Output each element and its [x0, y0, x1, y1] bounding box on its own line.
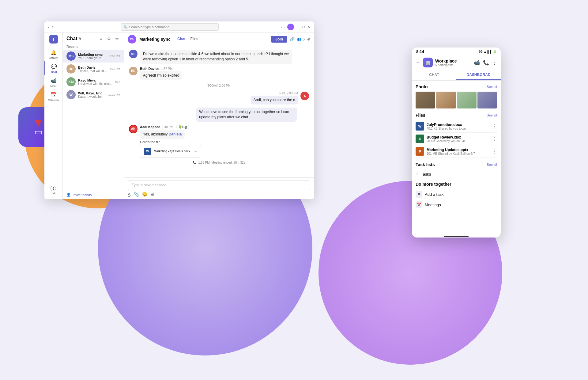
msg-content-5: Aadi Kapoor 1:48 PM 🍀4 @ Yes, absolutely… — [140, 125, 309, 158]
attach-icon[interactable]: 📎 — [134, 192, 139, 197]
file-card[interactable]: W Marketing - Q3 Goals.docx ··· — [140, 145, 201, 158]
chat-header: MS Marketing sync Chat Files Join 🔗 👥 5 … — [124, 32, 314, 46]
mobile-file-info-1: JulyPromotion.docx 40.2 KB Shared by you… — [427, 123, 490, 130]
user-avatar[interactable] — [287, 24, 294, 30]
msg-text-4: Would love to see the framing you put to… — [196, 108, 297, 122]
tab-files[interactable]: Files — [188, 36, 201, 42]
link-icon[interactable]: 🔗 — [290, 37, 295, 41]
mobile-ppt-icon-3: P — [416, 147, 424, 156]
reaction-badge: 🍀4 @ — [176, 125, 190, 129]
join-button[interactable]: Join — [271, 36, 287, 43]
emoji-icon[interactable]: 😊 — [142, 192, 147, 197]
meetings-icon: 📅 — [416, 201, 422, 208]
mobile-content: Photo See all Files See all W JulyPromot… — [412, 81, 501, 236]
mobile-task-lists-header: Task lists See all — [416, 162, 497, 167]
msg-time-3: 5/13, 2:00 PM — [279, 92, 298, 95]
settings-button[interactable]: ⚙ — [106, 36, 112, 42]
mobile-group-avatar: 🏢 — [423, 58, 433, 67]
sidebar-item-meet[interactable]: 📹 Meet — [44, 75, 62, 89]
close-button[interactable]: ✕ — [307, 25, 310, 29]
message-group-4: Would love to see the framing you put to… — [129, 108, 297, 122]
chat-item-kayo-miwa[interactable]: KM Kayo Miwa I reviewed with the client … — [63, 75, 124, 88]
search-icon: 🔍 — [123, 25, 127, 28]
help-icon: ? — [51, 186, 56, 191]
sidebar-item-calendar[interactable]: 📅 Calendar — [44, 89, 62, 104]
mobile-file-more-2[interactable]: ⋮ — [492, 136, 497, 142]
mobile-file-info-2: Budget Review.xlsx 28 KB Shared by you o… — [427, 135, 490, 143]
mobile-file-more-1[interactable]: ⋮ — [492, 124, 497, 129]
msg-avatar-5: AK — [129, 125, 138, 133]
mobile-file-more-3[interactable]: ⋮ — [492, 149, 497, 154]
message-input-box[interactable]: Type a new message — [128, 180, 310, 190]
mobile-group-name: Workplace — [435, 59, 471, 63]
mobile-photos-see-all[interactable]: See all — [487, 85, 497, 89]
mobile-tab-chat[interactable]: CHAT — [412, 70, 456, 80]
mobile-group-participants: 5 participants — [435, 63, 471, 67]
tab-chat[interactable]: Chat — [175, 36, 188, 42]
chat-item-name-group: Will, Kayo, Eric, +2 — [78, 91, 106, 95]
mobile-back-button[interactable]: ← — [416, 60, 420, 65]
mobile-word-icon-1: W — [416, 122, 424, 131]
chat-items: MS Marketing sync You: Thank you!! 1:58 … — [63, 50, 124, 190]
teams-logo: T — [49, 35, 58, 44]
file-more-button[interactable]: ··· — [194, 149, 197, 154]
msg-name-5: Aadi Kapoor — [140, 125, 160, 129]
compose-button[interactable]: ✏ — [114, 36, 120, 42]
mobile-do-more-meetings[interactable]: 📅 Meetings — [416, 200, 497, 210]
msg-avatar-1: MS — [129, 50, 138, 58]
search-box[interactable]: 🔍 Search or type a command — [121, 23, 219, 31]
more-options-icon[interactable]: ··· — [281, 25, 285, 29]
chat-list-title: Chat ∨ — [66, 36, 81, 41]
chat-item-beth-davis[interactable]: BD Beth Davis Thanks, that would be nice… — [63, 63, 124, 75]
mobile-group-info: Workplace 5 participants — [435, 59, 471, 67]
mobile-files-see-all[interactable]: See all — [487, 113, 497, 117]
message-input-area: Type a new message A̲ 📎 😊 ⊞ — [124, 177, 314, 199]
minimize-button[interactable]: — — [296, 25, 300, 29]
chat-avatar-kayo-miwa: KM — [66, 77, 76, 86]
mobile-more-icon[interactable]: ⋮ — [492, 60, 497, 66]
gif-icon[interactable]: ⊞ — [150, 192, 154, 197]
record-icon[interactable]: ⊕ — [307, 37, 310, 41]
mobile-do-more-add-task[interactable]: ≡ Add a task — [416, 189, 497, 200]
chat-item-marketing-sync[interactable]: MS Marketing sync You: Thank you!! 1:58 … — [63, 50, 124, 63]
mobile-task-lists-section: Task lists See all ≡ Tasks — [416, 162, 497, 179]
mobile-task-item-1[interactable]: ≡ Tasks — [416, 169, 497, 179]
mobile-files-title: Files — [416, 113, 425, 118]
message-group-1: MS Did we make the updates to slide 4-6 … — [129, 50, 309, 64]
chat-item-time-beth-davis: 1:43 PM — [110, 67, 120, 70]
chat-item-preview-marketing-sync: You: Thank you!! — [78, 56, 107, 60]
mobile-task-lists-see-all[interactable]: See all — [487, 163, 497, 166]
sidebar-item-chat-label: Chat — [51, 70, 57, 74]
photo-thumb-1 — [416, 92, 435, 108]
sidebar-item-help[interactable]: ? Help — [51, 184, 56, 197]
format-text-icon[interactable]: A̲ — [128, 192, 131, 197]
mobile-task-icon: ≡ — [416, 171, 418, 177]
nav-forward-button[interactable]: › — [52, 25, 54, 29]
mobile-time: 8:14 — [416, 49, 424, 54]
participants-icon[interactable]: 👥 5 — [297, 37, 305, 41]
msg-text-1: Did we make the updates to slide 4-6 we … — [140, 50, 292, 64]
chat-item-info-marketing-sync: Marketing sync You: Thank you!! — [78, 53, 107, 60]
maximize-button[interactable]: □ — [303, 25, 305, 29]
sidebar-item-chat[interactable]: 💬 Chat — [44, 61, 62, 75]
filter-button[interactable]: ≡ — [98, 36, 104, 42]
mobile-video-call-icon[interactable]: 📹 — [474, 60, 480, 66]
mobile-file-item-1[interactable]: W JulyPromotion.docx 40.2 KB Shared by y… — [416, 120, 497, 133]
chat-list-actions: ≡ ⚙ ✏ — [98, 36, 120, 42]
chat-item-group[interactable]: W Will, Kayo, Eric, +2 Kayo: It would be… — [63, 88, 124, 101]
chat-avatar-marketing-sync: MS — [66, 51, 76, 61]
meet-icon: 📹 — [50, 77, 57, 84]
title-bar: ‹ › 🔍 Search or type a command ··· — □ ✕ — [44, 21, 314, 32]
chat-item-time-kayo-miwa: 4/17 — [115, 80, 120, 83]
mobile-voice-call-icon[interactable]: 📞 — [483, 60, 489, 66]
sidebar-item-activity[interactable]: 🔔 Activity — [44, 47, 62, 61]
mobile-tab-dashboard[interactable]: DASHBORAD — [456, 70, 501, 80]
mobile-files-section-header: Files See all — [416, 113, 497, 118]
sidebar-item-meet-label: Meet — [50, 85, 56, 88]
chat-dropdown-icon[interactable]: ∨ — [79, 36, 81, 41]
invite-friends-button[interactable]: 👤 Invite friends — [63, 190, 124, 199]
nav-back-button[interactable]: ‹ — [48, 25, 50, 29]
chat-icon: 💬 — [51, 63, 57, 70]
mobile-file-item-3[interactable]: P Marketing Updates.pptx 101 MB Shared b… — [416, 145, 497, 158]
mobile-file-item-2[interactable]: X Budget Review.xlsx 28 KB Shared by you… — [416, 133, 497, 145]
